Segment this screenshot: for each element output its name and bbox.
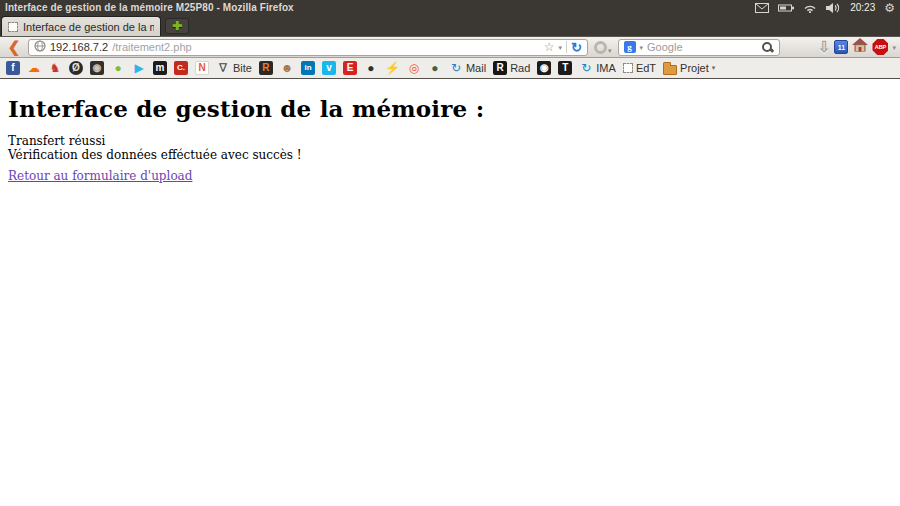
bookmark-rad[interactable]: RRad xyxy=(493,61,530,75)
bookmark-camera[interactable]: ◉ xyxy=(90,61,104,75)
globe-icon: ● xyxy=(428,61,442,75)
google-engine-icon[interactable]: g xyxy=(624,41,636,53)
window-title: Interface de gestion de la mémoire M25P8… xyxy=(5,2,294,13)
status-line-2: Vérification des données efféctuée avec … xyxy=(8,148,302,162)
url-path: /traitement2.php xyxy=(112,41,192,53)
bookmark-c-red[interactable]: C. xyxy=(174,61,188,75)
bookmark-target[interactable]: ◎ xyxy=(407,61,421,75)
divider xyxy=(566,41,567,53)
bookmark-face[interactable]: ☻ xyxy=(280,61,294,75)
chevron-down-icon: ▾ xyxy=(712,64,716,72)
refresh-arrow-icon: ↻ xyxy=(449,61,463,75)
letter-e-icon: E xyxy=(343,61,357,75)
bookmark-runner[interactable]: ⚡ xyxy=(385,61,400,75)
green-circle-icon: ● xyxy=(111,61,125,75)
bookmark-mail[interactable]: ↻Mail xyxy=(449,61,486,75)
bookmark-linkedin[interactable]: in xyxy=(301,61,315,75)
calendar-icon[interactable]: 11 xyxy=(834,40,848,54)
home-button[interactable] xyxy=(852,38,868,56)
bookmark-label: Rad xyxy=(510,62,530,74)
bookmark-globe[interactable]: ● xyxy=(428,61,442,75)
plus-icon: ✚ xyxy=(172,20,182,32)
bookmark-projet[interactable]: Projet▾ xyxy=(663,62,715,75)
gear-icon[interactable]: ⚙ xyxy=(884,2,895,14)
status-line-1: Transfert réussi xyxy=(8,134,105,148)
chevron-down-icon[interactable]: ▾ xyxy=(640,44,644,51)
firefox-window: Interface de gestion de la mémoire M25P8… xyxy=(0,0,900,506)
tab-bar: Interface de gestion de la mé... ✚ xyxy=(0,15,900,36)
facebook-icon: f xyxy=(6,61,20,75)
new-tab-button[interactable]: ✚ xyxy=(165,18,189,34)
bookmarks-bar: f☁♞Ø◉●▶mC.N∇BiteR☻invE●⚡◎●↻MailRRad◉T↻IM… xyxy=(0,58,900,79)
letter-m-icon: m xyxy=(153,61,167,75)
bookmark-label: Mail xyxy=(466,62,486,74)
battery-icon[interactable] xyxy=(778,4,794,12)
bookmark-edt[interactable]: EdT xyxy=(623,62,656,74)
target-icon: ◎ xyxy=(407,61,421,75)
bookmark-slashed-circle[interactable]: Ø xyxy=(69,61,83,75)
bookmark-dark-dot[interactable]: ● xyxy=(364,61,378,75)
url-bar[interactable]: 192.168.7.2/traitement2.php ☆ ▾ ↻ xyxy=(28,39,588,56)
letter-n-icon: N xyxy=(195,61,209,75)
page-title: Interface de gestion de la mémoire : xyxy=(8,95,892,122)
bookmark-e-red[interactable]: E xyxy=(343,61,357,75)
extension-button[interactable]: ▾ xyxy=(592,41,614,54)
site-globe-icon xyxy=(34,40,46,54)
folder-icon xyxy=(663,65,677,75)
runner-icon: ⚡ xyxy=(385,61,400,75)
bookmark-t-dark[interactable]: T xyxy=(558,61,572,75)
letter-r-icon: R xyxy=(259,61,273,75)
upload-link[interactable]: Retour au formulaire d'upload xyxy=(8,169,192,183)
record-circle-icon: ◉ xyxy=(537,61,551,75)
system-tray: 20:23 ⚙ xyxy=(755,2,895,14)
wifi-icon[interactable] xyxy=(803,3,817,13)
letter-t-icon: T xyxy=(558,61,572,75)
reload-icon[interactable]: ↻ xyxy=(571,41,582,54)
refresh-arrow-icon: ↻ xyxy=(579,61,593,75)
search-input[interactable]: Google xyxy=(647,41,756,53)
slashed-circle-icon: Ø xyxy=(69,61,83,75)
bookmark-star-icon[interactable]: ☆ xyxy=(544,41,555,53)
cloud-icon: ☁ xyxy=(27,61,41,75)
bookmark-red-mascot[interactable]: ♞ xyxy=(48,61,62,75)
bookmark-soundcloud[interactable]: ☁ xyxy=(27,61,41,75)
bookmark-r-orange[interactable]: R xyxy=(259,61,273,75)
status-text: Transfert réussi Vérification des donnée… xyxy=(8,134,892,162)
clock[interactable]: 20:23 xyxy=(850,2,875,13)
url-host: 192.168.7.2 xyxy=(50,41,108,53)
bookmark-facebook[interactable]: f xyxy=(6,61,20,75)
letter-c-icon: C. xyxy=(174,61,188,75)
mail-icon[interactable] xyxy=(755,3,769,13)
page-content: Interface de gestion de la mémoire : Tra… xyxy=(0,80,900,506)
bookmark-label: EdT xyxy=(636,62,656,74)
volume-icon[interactable] xyxy=(826,3,841,13)
bookmark-medium[interactable]: m xyxy=(153,61,167,75)
vimeo-icon: v xyxy=(322,61,336,75)
bookmark-label: IMA xyxy=(596,62,616,74)
bookmark-green-dot[interactable]: ● xyxy=(111,61,125,75)
chevron-down-icon[interactable]: ▾ xyxy=(892,44,896,51)
tab-active[interactable]: Interface de gestion de la mé... xyxy=(1,16,161,36)
downloads-button[interactable]: ⇩ xyxy=(818,39,831,55)
camera-lens-icon: ◉ xyxy=(90,61,104,75)
dark-circle-icon: ● xyxy=(364,61,378,75)
adblock-icon[interactable]: ABP xyxy=(872,39,888,55)
bookmark-vimeo[interactable]: v xyxy=(322,61,336,75)
ring-icon xyxy=(594,41,607,54)
search-bar[interactable]: g ▾ Google xyxy=(618,39,780,56)
bookmark-label: Bite xyxy=(233,62,252,74)
default-favicon xyxy=(8,22,18,32)
bookmark-n-orange[interactable]: N xyxy=(195,61,209,75)
bookmark-play[interactable]: ▶ xyxy=(132,61,146,75)
tab-title: Interface de gestion de la mé... xyxy=(23,21,154,33)
bookmark-bite[interactable]: ∇Bite xyxy=(216,61,252,75)
chevron-down-icon[interactable]: ▾ xyxy=(559,44,563,51)
play-triangle-icon: ▶ xyxy=(132,61,146,75)
back-button[interactable]: ❮ xyxy=(4,38,24,56)
system-title-bar: Interface de gestion de la mémoire M25P8… xyxy=(0,0,900,15)
search-icon[interactable] xyxy=(761,41,774,54)
back-arrow-icon: ❮ xyxy=(8,38,21,55)
chevron-down-icon: ▾ xyxy=(608,47,612,54)
bookmark-record[interactable]: ◉ xyxy=(537,61,551,75)
bookmark-ima[interactable]: ↻IMA xyxy=(579,61,616,75)
